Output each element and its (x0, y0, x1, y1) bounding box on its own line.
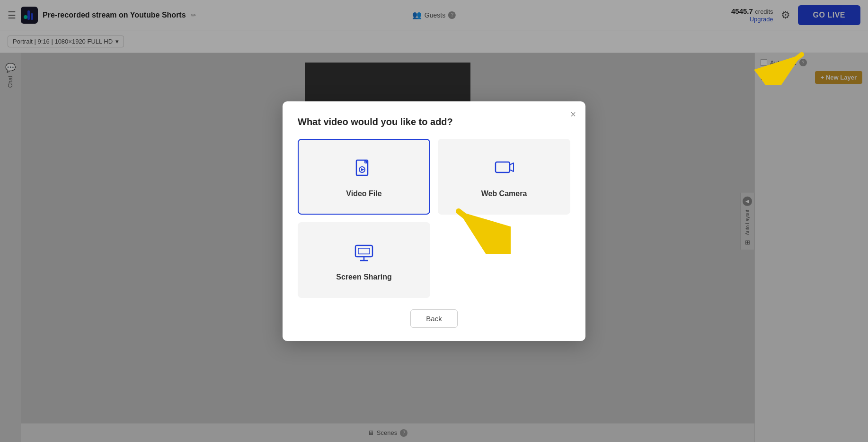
option-video-file[interactable]: Video File (298, 139, 430, 215)
video-file-icon (354, 159, 374, 180)
web-camera-label: Web Camera (481, 189, 527, 198)
svg-marker-8 (361, 168, 364, 171)
svg-rect-5 (356, 160, 368, 175)
modal-footer: Back (298, 309, 570, 328)
screen-sharing-label: Screen Sharing (336, 273, 391, 281)
modal-dialog: What video would you like to add? × Vide… (283, 101, 585, 341)
modal-close-button[interactable]: × (570, 109, 576, 120)
modal-options-grid: Video File Web Camera Screen Sharing (298, 139, 570, 298)
option-screen-sharing[interactable]: Screen Sharing (298, 222, 430, 298)
svg-rect-9 (496, 162, 510, 172)
modal-title: What video would you like to add? (298, 117, 570, 127)
webcam-icon (494, 159, 514, 180)
option-web-camera[interactable]: Web Camera (438, 139, 570, 215)
modal-overlay[interactable]: What video would you like to add? × Vide… (0, 0, 868, 442)
back-button[interactable]: Back (410, 309, 457, 328)
video-file-label: Video File (346, 189, 381, 198)
screen-sharing-icon (354, 243, 374, 263)
svg-rect-14 (358, 248, 370, 254)
